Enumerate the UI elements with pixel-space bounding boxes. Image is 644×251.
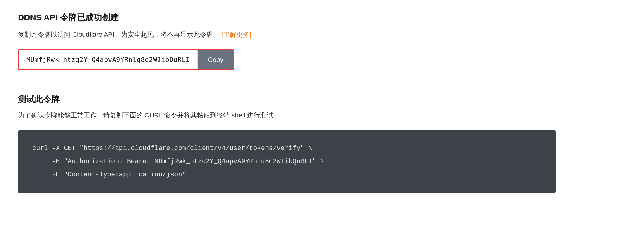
test-description: 为了确认令牌能够正常工作，请复制下面的 CURL 命令并将其粘贴到终端 shel… [18,110,626,120]
page-container: DDNS API 令牌已成功创建 复制此令牌以访问 Cloudflare API… [0,0,644,205]
test-title: 测试此令牌 [18,94,626,105]
copy-button[interactable]: Copy [198,50,234,69]
test-section: 测试此令牌 为了确认令牌能够正常工作，请复制下面的 CURL 命令并将其粘贴到终… [18,94,626,193]
code-line-2: -H "Authorization: Bearer MUmfjRwk_htzq2… [32,158,324,165]
code-line-3: -H "Content-Type:application/json" [32,171,186,178]
code-block: curl -X GET "https://api.cloudflare.com/… [18,130,556,193]
section-description: 复制此令牌以访问 Cloudflare API。为安全起见，将不再显示此令牌。 … [18,29,626,40]
description-text: 复制此令牌以访问 Cloudflare API。为安全起见，将不再显示此令牌。 [18,31,220,38]
learn-more-link[interactable]: [了解更多] [221,31,251,38]
token-box-wrapper: MUmfjRwk_htzq2Y_Q4apvA9YRnlq8c2WIibQuRLI… [18,49,234,70]
code-line-1: curl -X GET "https://api.cloudflare.com/… [32,145,312,152]
token-value: MUmfjRwk_htzq2Y_Q4apvA9YRnlq8c2WIibQuRLI [19,50,198,69]
page-title: DDNS API 令牌已成功创建 [18,12,626,23]
code-pre: curl -X GET "https://api.cloudflare.com/… [32,142,541,181]
